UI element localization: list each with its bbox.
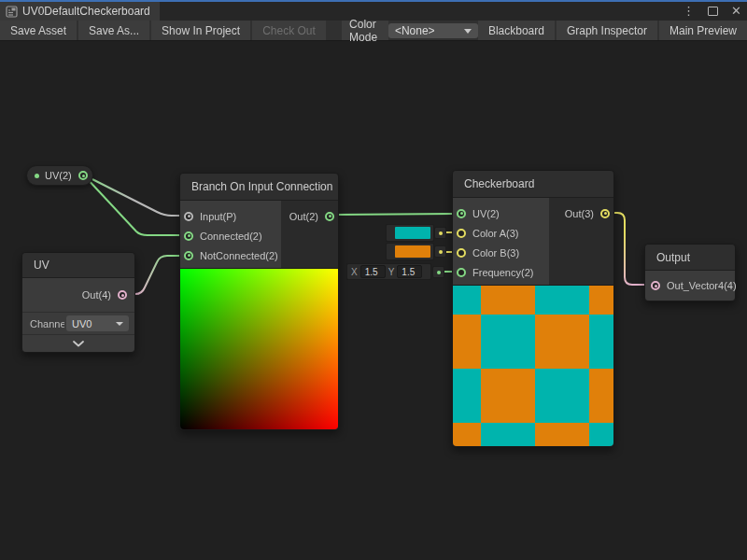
node-checkerboard[interactable]: Checkerboard UV(2) Color A(3) Color B(3) xyxy=(452,170,614,447)
node-uv[interactable]: UV Out(4) Channel UV0 xyxy=(21,252,135,353)
node-title[interactable]: Output xyxy=(645,245,735,271)
port-label: Frequency(2) xyxy=(472,267,533,278)
port-output-vector4[interactable] xyxy=(651,281,660,290)
checker-cell xyxy=(589,423,613,446)
uv-property-label: UV(2) xyxy=(45,170,72,181)
color-b-connector xyxy=(434,245,446,258)
node-title[interactable]: UV xyxy=(22,253,134,278)
port-branch-out[interactable] xyxy=(325,212,334,221)
port-checker-color-b[interactable] xyxy=(457,248,466,258)
checker-cell xyxy=(481,286,535,315)
node-title[interactable]: Branch On Input Connection xyxy=(180,174,338,201)
tab-title: UV0DefaultCheckerboard xyxy=(22,5,150,18)
frequency-y-label: Y xyxy=(388,267,395,277)
exposed-property-dot xyxy=(35,174,39,178)
toolbar-spacer xyxy=(328,21,342,40)
port-label: Out(4) xyxy=(82,289,111,301)
save-as-button[interactable]: Save As... xyxy=(78,21,149,40)
port-checker-uv[interactable] xyxy=(457,209,466,218)
shader-graph-icon xyxy=(6,6,18,18)
port-branch-connected[interactable] xyxy=(184,231,193,241)
checker-cell xyxy=(589,369,613,423)
port-branch-notconnected[interactable] xyxy=(184,251,193,260)
port-label: NotConnected(2) xyxy=(200,250,278,261)
blackboard-toggle-button[interactable]: Blackboard xyxy=(478,21,555,40)
port-label: Color B(3) xyxy=(472,247,519,259)
show-in-project-button[interactable]: Show In Project xyxy=(151,21,250,40)
close-icon[interactable]: ✕ xyxy=(731,3,741,20)
maximize-icon[interactable] xyxy=(708,7,718,16)
edge-uvprop-to-branch-input[interactable] xyxy=(85,175,183,216)
checker-cell xyxy=(453,369,481,423)
checker-cell xyxy=(535,315,589,369)
shader-graph-window: UV0DefaultCheckerboard ⋮ ✕ Save Asset Sa… xyxy=(0,0,747,560)
port-label: UV(2) xyxy=(472,208,500,219)
checker-cell xyxy=(481,369,535,423)
channel-dropdown[interactable]: UV0 xyxy=(66,315,129,331)
color-b-chip xyxy=(395,245,430,258)
chevron-down-icon xyxy=(73,341,84,347)
checker-cell xyxy=(453,286,481,315)
checker-cell xyxy=(589,286,613,315)
chevron-down-icon xyxy=(116,322,123,326)
checkerboard-node-preview xyxy=(453,285,613,446)
checker-cell xyxy=(481,423,535,446)
node-title[interactable]: Checkerboard xyxy=(453,171,613,198)
channel-value: UV0 xyxy=(72,318,92,329)
frequency-field-group: X 1.5 Y 1.5 xyxy=(346,263,431,280)
node-uv-property[interactable]: UV(2) xyxy=(26,165,93,186)
checker-cell xyxy=(535,423,589,446)
frequency-x-input[interactable]: 1.5 xyxy=(360,265,386,278)
port-label: Input(P) xyxy=(200,211,236,222)
node-output[interactable]: Output Out_Vector4(4) xyxy=(644,244,736,301)
save-asset-button[interactable]: Save Asset xyxy=(0,21,77,40)
channel-label: Channel xyxy=(30,318,64,329)
checkerboard-pattern xyxy=(453,286,613,446)
port-checker-frequency[interactable] xyxy=(457,268,466,277)
port-label: Out_Vector4(4) xyxy=(667,280,737,291)
checker-cell xyxy=(589,315,613,369)
collapse-preview-button[interactable] xyxy=(22,334,134,352)
port-label: Out(2) xyxy=(289,211,318,222)
edge-uvout4-to-branch-notconnected[interactable] xyxy=(127,256,183,294)
checker-cell xyxy=(453,423,481,446)
color-mode-label: Color Mode xyxy=(342,21,388,40)
port-label: Out(3) xyxy=(565,208,594,219)
graph-toolbar: Save Asset Save As... Show In Project Ch… xyxy=(0,21,747,41)
main-preview-toggle-button[interactable]: Main Preview xyxy=(659,21,747,40)
graph-inspector-toggle-button[interactable]: Graph Inspector xyxy=(557,21,657,40)
port-uvprop-out[interactable] xyxy=(78,171,88,180)
kebab-menu-icon[interactable]: ⋮ xyxy=(683,3,695,20)
window-controls: ⋮ ✕ xyxy=(683,3,741,20)
edge-uvprop-to-branch-connected[interactable] xyxy=(85,176,183,235)
frequency-connector xyxy=(432,266,444,278)
color-mode-value: <None> xyxy=(395,24,435,37)
frequency-x-label: X xyxy=(351,267,358,277)
checker-cell xyxy=(481,315,535,369)
color-a-chip xyxy=(395,227,430,239)
checker-cell xyxy=(453,315,481,369)
branch-node-preview xyxy=(180,268,338,429)
port-label: Color A(3) xyxy=(472,228,519,239)
port-checker-out[interactable] xyxy=(600,209,610,218)
frequency-y-input[interactable]: 1.5 xyxy=(397,265,422,278)
port-label: Connected(2) xyxy=(200,231,262,242)
uv-gradient-preview xyxy=(180,269,338,429)
color-a-swatch[interactable] xyxy=(386,224,434,242)
checker-cell xyxy=(535,286,589,315)
edge-branchout-to-checkerboard-uv[interactable] xyxy=(335,214,455,215)
port-branch-input-p[interactable] xyxy=(184,212,193,221)
chevron-down-icon xyxy=(464,29,472,34)
port-uv-out4[interactable] xyxy=(118,290,127,300)
color-mode-dropdown[interactable]: <None> xyxy=(388,23,478,38)
color-b-swatch[interactable] xyxy=(386,243,434,260)
node-branch-on-input-connection[interactable]: Branch On Input Connection Input(P) Conn… xyxy=(179,173,339,430)
checker-cell xyxy=(535,369,589,423)
tab-shader-graph[interactable]: UV0DefaultCheckerboard xyxy=(0,2,160,21)
color-a-connector xyxy=(434,227,446,239)
check-out-button: Check Out xyxy=(252,21,326,40)
port-checker-color-a[interactable] xyxy=(457,229,466,238)
